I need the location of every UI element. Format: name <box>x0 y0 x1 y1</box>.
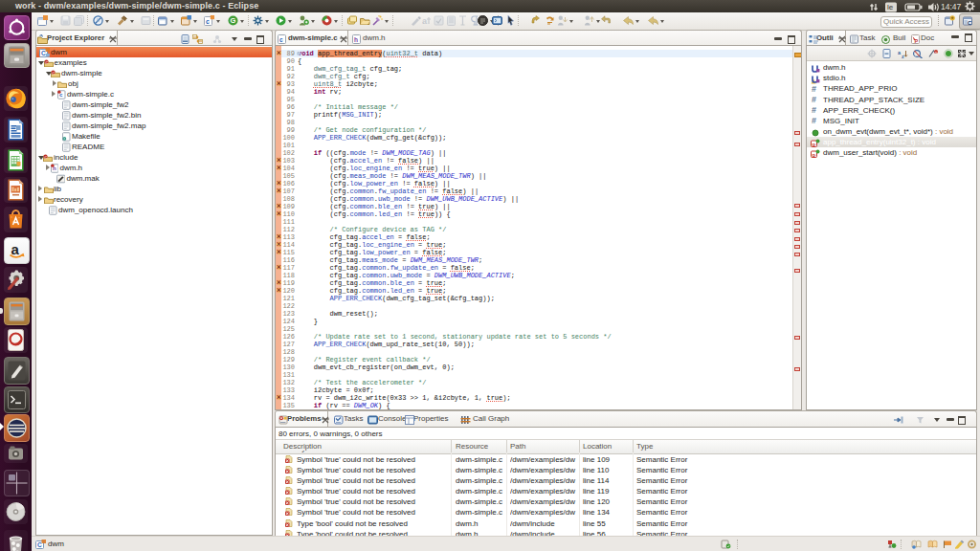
svg-text:C: C <box>37 541 42 548</box>
svg-text:le: le <box>887 3 894 11</box>
svg-text:c: c <box>279 35 283 42</box>
svg-text:G: G <box>231 16 236 25</box>
svg-text:P: P <box>915 38 919 44</box>
svg-text:a: a <box>422 16 428 26</box>
svg-text:C: C <box>45 59 48 64</box>
svg-text:C: C <box>968 20 972 26</box>
svg-text:p: p <box>813 151 816 157</box>
svg-text:c: c <box>206 18 210 25</box>
svg-text:C: C <box>41 50 46 56</box>
svg-text:h: h <box>354 35 358 42</box>
svg-text:p: p <box>813 141 816 146</box>
svg-text:C: C <box>52 70 55 75</box>
svg-text:a: a <box>11 241 20 257</box>
svg-text:z: z <box>902 54 904 59</box>
svg-text:s: s <box>935 50 937 55</box>
svg-text:C: C <box>44 154 47 159</box>
